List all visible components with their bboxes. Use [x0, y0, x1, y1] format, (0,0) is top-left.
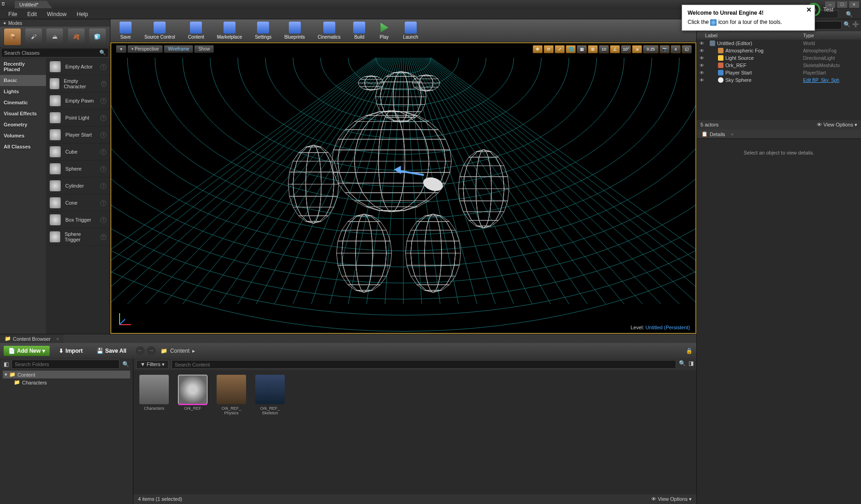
outliner-view-options[interactable]: 👁 View Options ▾: [817, 122, 857, 128]
outliner-row[interactable]: 👁Untitled (Editor)World: [697, 40, 861, 47]
transform-scale-button[interactable]: ⤢: [555, 45, 565, 53]
asset-characters[interactable]: Characters: [138, 375, 170, 411]
camera-speed-button[interactable]: 📷: [660, 45, 670, 53]
modes-cat-all-classes[interactable]: All Classes: [0, 141, 46, 152]
coord-space-button[interactable]: 🌐: [566, 45, 576, 53]
foliage-mode-icon[interactable]: 🍂: [68, 29, 85, 45]
search-icon[interactable]: 🔍: [120, 360, 132, 369]
modes-cat-cinematic[interactable]: Cinematic: [0, 97, 46, 108]
toolbar-play[interactable]: Play: [372, 20, 396, 42]
add-new-button[interactable]: 📄 Add New ▾: [4, 346, 50, 356]
geometry-mode-icon[interactable]: 🧊: [89, 29, 106, 45]
surface-snap-button[interactable]: ▦: [577, 45, 587, 53]
help-icon[interactable]: ?: [101, 81, 106, 87]
asset-ork_ref_physics[interactable]: Ork_​REF_​Physics: [215, 375, 247, 415]
perspective-button[interactable]: Perspective: [127, 45, 163, 53]
viewport-canvas[interactable]: [111, 43, 695, 333]
modes-cat-basic[interactable]: Basic: [0, 75, 46, 86]
toolbar-cinematics[interactable]: Cinematics: [311, 20, 347, 42]
angle-snap-value[interactable]: 10°: [621, 45, 631, 53]
help-icon[interactable]: ?: [101, 234, 106, 240]
modes-cat-lights[interactable]: Lights: [0, 86, 46, 97]
modes-item-cylinder[interactable]: Cylinder?: [46, 178, 110, 195]
visibility-icon[interactable]: 👁: [700, 56, 706, 61]
close-button[interactable]: ✕: [849, 1, 859, 8]
modes-item-empty-character[interactable]: Empty Character?: [46, 75, 110, 92]
outliner-row[interactable]: 👁Player StartPlayerStart: [697, 69, 861, 76]
transform-rotate-button[interactable]: ⟳: [544, 45, 554, 53]
document-tab[interactable]: Untitled*: [15, 1, 52, 8]
nav-forward-button[interactable]: →: [147, 346, 156, 355]
outliner-row[interactable]: 👁Atmospheric FogAtmosphericFog: [697, 47, 861, 54]
outliner-row[interactable]: 👁Ork_REFSkeletalMeshActo: [697, 62, 861, 69]
visibility-icon[interactable]: 👁: [700, 48, 706, 53]
search-icon[interactable]: 🔍: [841, 10, 857, 19]
grid-snap-button[interactable]: ⊞: [588, 45, 598, 53]
search-content-input[interactable]: [172, 360, 676, 369]
modes-item-point-light[interactable]: Point Light?: [46, 109, 110, 126]
save-all-button[interactable]: 💾 Save All: [92, 346, 131, 356]
scale-snap-value[interactable]: 0.25: [643, 45, 659, 53]
maximize-button[interactable]: ☐: [837, 1, 847, 8]
help-icon[interactable]: ?: [100, 132, 106, 138]
popup-close-button[interactable]: ✕: [806, 6, 812, 13]
visibility-icon[interactable]: 👁: [700, 70, 706, 75]
modes-item-empty-actor[interactable]: Empty Actor?: [46, 58, 110, 75]
help-icon[interactable]: ?: [100, 149, 106, 155]
sources-toggle-icon[interactable]: ◧: [1, 360, 11, 369]
nav-back-button[interactable]: ←: [136, 346, 145, 355]
breadcrumb[interactable]: 📁 Content ▸: [161, 348, 195, 354]
scale-snap-button[interactable]: ⇲: [632, 45, 642, 53]
help-icon[interactable]: ?: [100, 166, 106, 172]
outliner-row[interactable]: 👁Sky SphereEdit BP_Sky_Sph: [697, 76, 861, 84]
place-mode-icon[interactable]: 📦: [4, 29, 21, 45]
asset-ork_ref_skeleton[interactable]: Ork_​REF_​Skeleton: [254, 375, 286, 415]
import-button[interactable]: ⬇ Import: [54, 346, 87, 356]
search-icon[interactable]: 🔍: [844, 21, 850, 29]
wireframe-button[interactable]: Wireframe: [164, 45, 193, 53]
landscape-mode-icon[interactable]: ⛰: [46, 29, 63, 45]
visibility-icon[interactable]: 👁: [700, 41, 706, 46]
paint-mode-icon[interactable]: 🖌: [25, 29, 42, 45]
toolbar-marketplace[interactable]: Marketplace: [211, 20, 248, 42]
details-tab[interactable]: 📋 Details ×: [697, 130, 861, 139]
add-filter-icon[interactable]: ➕: [852, 21, 859, 29]
angle-snap-button[interactable]: ∠: [610, 45, 620, 53]
filters-button[interactable]: ▼ Filters ▾: [136, 360, 169, 369]
outliner-row[interactable]: 👁Light SourceDirectionalLight: [697, 54, 861, 62]
visibility-icon[interactable]: 👁: [700, 63, 706, 68]
help-icon[interactable]: ?: [100, 183, 106, 189]
modes-item-empty-pawn[interactable]: Empty Pawn?: [46, 92, 110, 109]
modes-cat-volumes[interactable]: Volumes: [0, 130, 46, 141]
tab-close-icon[interactable]: ×: [56, 336, 59, 342]
help-icon[interactable]: ?: [100, 115, 106, 121]
toolbar-blueprints[interactable]: Blueprints: [278, 20, 311, 42]
help-icon[interactable]: ?: [100, 200, 106, 206]
viewport-maximize-button[interactable]: ◱: [682, 45, 692, 53]
cb-view-options[interactable]: 👁 View Options ▾: [651, 496, 692, 502]
search-folders-input[interactable]: [11, 360, 120, 369]
tab-close-icon[interactable]: ×: [731, 132, 734, 137]
toolbar-source-control[interactable]: Source Control: [138, 20, 182, 42]
transform-move-button[interactable]: ✥: [533, 45, 543, 53]
toolbar-build[interactable]: Build: [347, 20, 372, 42]
toolbar-content[interactable]: Content: [182, 20, 211, 42]
show-button[interactable]: Show: [194, 45, 214, 53]
help-icon[interactable]: ?: [100, 217, 106, 223]
toolbar-launch[interactable]: Launch: [396, 20, 425, 42]
menu-help[interactable]: Help: [72, 10, 93, 19]
content-browser-tab[interactable]: 📁 Content Browser ×: [0, 334, 63, 343]
collapse-icon[interactable]: ◨: [689, 360, 694, 369]
tree-root-content[interactable]: ▾ 📁 Content: [3, 371, 130, 378]
asset-ork_ref[interactable]: Ork_​REF: [177, 375, 209, 411]
visibility-icon[interactable]: 👁: [700, 78, 706, 83]
toolbar-settings[interactable]: Settings: [248, 20, 278, 42]
modes-item-player-start[interactable]: Player Start?: [46, 126, 110, 143]
toolbar-save[interactable]: Save: [113, 20, 138, 42]
modes-search[interactable]: Search Classes 🔍: [1, 48, 109, 57]
tree-child-characters[interactable]: 📁 Characters: [3, 378, 130, 386]
modes-cat-geometry[interactable]: Geometry: [0, 119, 46, 130]
menu-edit[interactable]: Edit: [23, 10, 41, 19]
help-icon[interactable]: ?: [100, 98, 106, 104]
help-icon[interactable]: ?: [100, 64, 106, 70]
